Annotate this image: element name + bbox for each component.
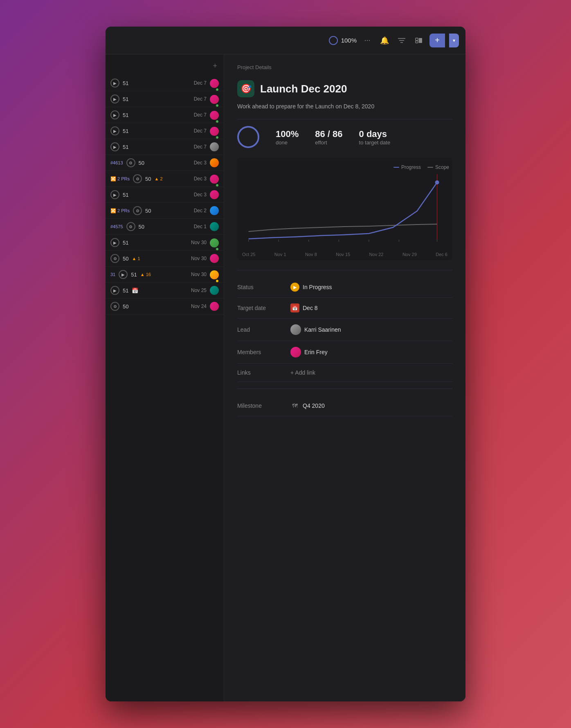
item-date: Dec 3 bbox=[194, 176, 207, 182]
list-item[interactable]: #4575 ⚙ 50 Dec 1 bbox=[106, 219, 224, 235]
sidebar-add-button[interactable]: + bbox=[106, 59, 224, 75]
days-value: 0 days bbox=[359, 129, 391, 139]
status-dot bbox=[216, 120, 219, 123]
stat-effort: 86 / 86 effort bbox=[315, 129, 342, 146]
more-options-button[interactable]: ··· bbox=[361, 34, 374, 47]
lead-label: Lead bbox=[237, 326, 290, 333]
settings-badge: ⚙ bbox=[133, 174, 142, 183]
add-button[interactable]: + bbox=[429, 34, 445, 47]
project-description: Work ahead to prepare for the Launch on … bbox=[237, 102, 452, 111]
play-badge: ▶ bbox=[110, 94, 119, 103]
item-num: 50 bbox=[145, 176, 151, 182]
progress-label: 100% bbox=[341, 37, 357, 44]
status-value[interactable]: ▶ In Progress bbox=[290, 283, 332, 292]
lead-avatar bbox=[290, 324, 301, 335]
status-dot bbox=[216, 136, 219, 139]
avatar bbox=[210, 79, 219, 88]
svg-rect-5 bbox=[419, 38, 422, 43]
stat-done: 100% done bbox=[276, 129, 299, 146]
list-item[interactable]: ▶ 51 📅 Nov 25 bbox=[106, 283, 224, 299]
item-date: Dec 7 bbox=[194, 112, 207, 118]
legend-progress-label: Progress bbox=[401, 164, 421, 170]
milestone-text: Q4 2020 bbox=[303, 402, 325, 409]
milestone-icon: 🗺 bbox=[290, 401, 299, 410]
avatar bbox=[210, 158, 219, 167]
members-label: Members bbox=[237, 349, 290, 355]
avatar bbox=[210, 190, 219, 199]
add-chevron-button[interactable]: ▾ bbox=[449, 34, 459, 47]
issue-id: #4613 bbox=[110, 160, 123, 165]
item-date: Dec 7 bbox=[194, 144, 207, 150]
milestone-value[interactable]: 🗺 Q4 2020 bbox=[290, 401, 325, 410]
target-date-value[interactable]: 📅 Dec 8 bbox=[290, 303, 318, 312]
list-item[interactable]: ▶ 51 Dec 7 bbox=[106, 123, 224, 139]
list-item[interactable]: ⚙ 50 Nov 24 bbox=[106, 299, 224, 315]
done-circle bbox=[237, 126, 259, 148]
legend-scope-line bbox=[427, 167, 433, 168]
done-label: done bbox=[276, 139, 299, 146]
play-badge: ▶ bbox=[110, 286, 119, 295]
pr-badge: 🔀 2 PRs bbox=[110, 208, 130, 213]
list-item[interactable]: 🔀 2 PRs ⚙ 50 Dec 2 bbox=[106, 203, 224, 219]
settings-badge: ⚙ bbox=[126, 222, 135, 231]
item-date: Dec 2 bbox=[194, 208, 207, 213]
pr-badge: 🔀 2 PRs bbox=[110, 176, 130, 182]
layout-button[interactable] bbox=[412, 34, 425, 47]
item-date: Dec 7 bbox=[194, 96, 207, 102]
links-value[interactable]: + Add link bbox=[290, 369, 315, 376]
warning-badge: ▲ 2 bbox=[154, 176, 162, 181]
avatar bbox=[210, 286, 219, 295]
list-item[interactable]: 31 ▶ 51 ▲ 16 Nov 30 bbox=[106, 267, 224, 283]
settings-badge: ⚙ bbox=[133, 206, 142, 215]
chart-x-labels: Oct 25 Nov 1 Nov 8 Nov 15 Nov 22 Nov 29 … bbox=[241, 249, 449, 257]
members-value[interactable]: Erin Frey bbox=[290, 347, 328, 357]
add-link-text[interactable]: + Add link bbox=[290, 369, 315, 376]
x-label-2: Nov 8 bbox=[305, 252, 317, 257]
avatar bbox=[210, 175, 219, 184]
play-badge: ▶ bbox=[119, 270, 128, 279]
list-item[interactable]: ▶ 51 Dec 7 bbox=[106, 107, 224, 123]
list-item[interactable]: ▶ 51 Dec 7 bbox=[106, 139, 224, 155]
item-date: Dec 7 bbox=[194, 80, 207, 86]
svg-point-8 bbox=[435, 180, 439, 184]
list-item[interactable]: ▶ 51 Dec 7 bbox=[106, 91, 224, 107]
svg-rect-6 bbox=[241, 174, 449, 248]
sidebar: + ▶ 51 Dec 7 ▶ 51 Dec 7 bbox=[106, 54, 224, 701]
legend-scope-label: Scope bbox=[435, 164, 449, 170]
project-header: 🎯 Launch Dec 2020 bbox=[237, 80, 452, 97]
item-date: Nov 30 bbox=[191, 272, 207, 277]
item-num: 51 bbox=[123, 80, 128, 86]
filter-button[interactable] bbox=[395, 34, 408, 47]
calendar-icon: 📅 bbox=[290, 303, 299, 312]
status-dot bbox=[216, 279, 219, 283]
item-date: Dec 1 bbox=[194, 224, 207, 229]
links-label: Links bbox=[237, 369, 290, 376]
notifications-button[interactable]: 🔔 bbox=[378, 34, 391, 47]
lead-text: Karri Saarinen bbox=[304, 326, 341, 333]
avatar bbox=[210, 222, 219, 231]
play-badge: ▶ bbox=[110, 110, 119, 119]
effort-value: 86 / 86 bbox=[315, 129, 342, 139]
target-date-text: Dec 8 bbox=[303, 305, 318, 311]
list-item[interactable]: ▶ 51 Dec 3 bbox=[106, 187, 224, 203]
days-label: to target date bbox=[359, 139, 391, 146]
item-num: 51 bbox=[123, 112, 128, 118]
divider bbox=[237, 119, 452, 119]
list-item[interactable]: #4613 ⚙ 50 Dec 3 bbox=[106, 155, 224, 171]
play-badge: ▶ bbox=[110, 79, 119, 88]
lead-value[interactable]: Karri Saarinen bbox=[290, 324, 341, 335]
stats-row: 100% done 86 / 86 effort 0 days to targe… bbox=[237, 126, 452, 148]
item-num: 50 bbox=[139, 224, 144, 230]
effort-label: effort bbox=[315, 139, 342, 146]
member-avatar bbox=[290, 347, 301, 357]
project-icon: 🎯 bbox=[237, 80, 254, 97]
list-item[interactable]: 🔀 2 PRs ⚙ 50 ▲ 2 Dec 3 bbox=[106, 171, 224, 187]
status-dot bbox=[216, 88, 219, 91]
info-section: Status ▶ In Progress Target date 📅 Dec 8 bbox=[237, 277, 452, 416]
avatar bbox=[210, 254, 219, 263]
list-item[interactable]: ▶ 51 Nov 30 bbox=[106, 235, 224, 251]
list-item[interactable]: ⚙ 50 ▲ 1 Nov 30 bbox=[106, 251, 224, 267]
status-label: Status bbox=[237, 284, 290, 290]
legend-progress-line bbox=[393, 167, 399, 168]
list-item[interactable]: ▶ 51 Dec 7 bbox=[106, 75, 224, 91]
